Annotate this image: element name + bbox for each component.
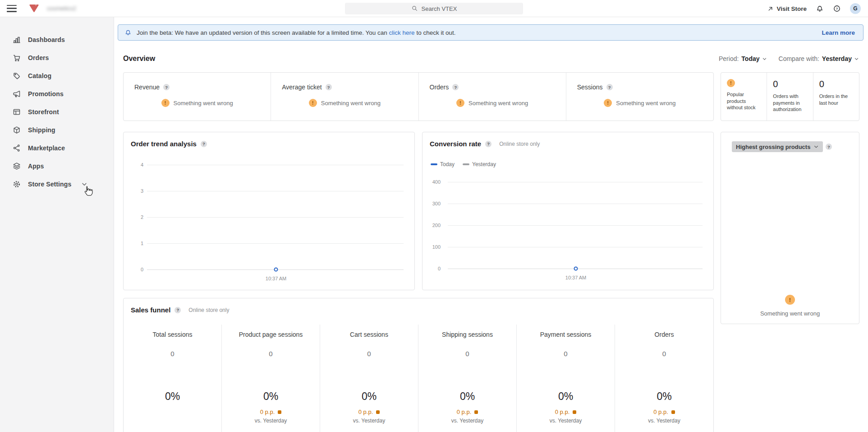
help-tooltip-icon[interactable]: ? xyxy=(175,307,181,313)
cart-icon xyxy=(12,53,21,62)
warning-icon: ! xyxy=(456,99,464,107)
chevron-down-icon xyxy=(854,56,859,61)
share-icon xyxy=(12,144,21,153)
delta-indicator-icon xyxy=(671,410,675,414)
menu-icon[interactable] xyxy=(7,5,17,12)
sidebar-item-orders[interactable]: Orders xyxy=(0,49,114,67)
search-placeholder: Search VTEX xyxy=(422,5,457,12)
storefront-icon xyxy=(12,107,21,116)
help-tooltip-icon[interactable]: ? xyxy=(826,144,832,150)
sidebar-item-storefront[interactable]: Storefront xyxy=(0,103,114,121)
stat-popular-products: ! Popular products without stock xyxy=(721,73,767,121)
sidebar-item-dashboards[interactable]: Dashboards xyxy=(0,31,114,49)
chevron-down-icon xyxy=(81,181,87,187)
tag-icon xyxy=(12,71,21,80)
external-link-icon xyxy=(767,5,774,12)
gear-icon xyxy=(12,180,21,189)
chevron-down-icon xyxy=(813,144,819,149)
sales-funnel-card: Sales funnel ? Online store only Total s… xyxy=(123,298,714,432)
delta-indicator-icon xyxy=(278,410,281,414)
topbar-actions: Visit Store ? G xyxy=(767,0,861,17)
help-tooltip-icon[interactable]: ? xyxy=(326,84,332,90)
sidebar-item-shipping[interactable]: Shipping xyxy=(0,121,114,139)
chart-legend: Today Yesterday xyxy=(431,161,496,167)
warning-icon: ! xyxy=(604,99,612,107)
sidebar: Dashboards Orders Catalog Promotions Sto… xyxy=(0,17,114,432)
sidebar-item-catalog[interactable]: Catalog xyxy=(0,67,114,85)
metric-average-ticket: Average ticket? !Something went wrong xyxy=(271,73,418,121)
funnel-col-orders: Orders 0 0% 0 p.p. vs. Yesterday xyxy=(615,325,713,432)
warning-icon: ! xyxy=(161,99,170,107)
panel-error: ! Something went wrong xyxy=(721,295,859,317)
funnel-col-shipping-sessions: Shipping sessions 0 0% 0 p.p. vs. Yester… xyxy=(418,325,517,432)
data-point[interactable] xyxy=(574,267,578,271)
order-trend-card: Order trend analysis ? 4 3 2 1 0 10:37 A… xyxy=(123,132,415,290)
compare-label: Compare with: xyxy=(779,55,819,62)
help-tooltip-icon[interactable]: ? xyxy=(606,84,613,90)
megaphone-icon xyxy=(12,89,21,98)
stat-payments-authorization: 0 Orders with payments in authorization xyxy=(767,73,813,121)
delta-indicator-icon xyxy=(573,410,576,414)
conversion-rate-card: Conversion rate ? Online store only Toda… xyxy=(422,132,714,290)
chevron-down-icon xyxy=(762,56,767,61)
help-tooltip-icon[interactable]: ? xyxy=(201,141,207,147)
sidebar-item-apps[interactable]: Apps xyxy=(0,157,114,175)
banner-text: Join the beta: We have an updated versio… xyxy=(137,29,455,36)
products-metric-select[interactable]: Highest grossing products xyxy=(732,141,823,152)
sidebar-item-promotions[interactable]: Promotions xyxy=(0,85,114,103)
stat-orders-last-hour: 0 Orders in the last hour xyxy=(813,73,859,121)
banner-bell-icon xyxy=(124,29,132,36)
metric-orders: Orders? !Something went wrong xyxy=(418,73,566,121)
funnel-col-cart-sessions: Cart sessions 0 0% 0 p.p. vs. Yesterday xyxy=(320,325,418,432)
svg-text:?: ? xyxy=(836,7,838,11)
funnel-col-payment-sessions: Payment sessions 0 0% 0 p.p. vs. Yesterd… xyxy=(517,325,615,432)
page-title: Overview xyxy=(123,55,155,63)
cube-icon xyxy=(12,125,21,135)
legend-yesterday-swatch xyxy=(463,163,469,165)
delta-indicator-icon xyxy=(474,410,478,414)
search-icon xyxy=(411,5,418,12)
notifications-bell-icon[interactable] xyxy=(816,5,824,13)
delta-indicator-icon xyxy=(376,410,380,414)
store-name: cosmetics2 xyxy=(47,5,76,12)
main-content: Join the beta: We have an updated versio… xyxy=(114,17,868,432)
topbar: cosmetics2 Search VTEX Visit Store ? G xyxy=(0,0,868,17)
overview-header: Overview Period: Today Compare with: Yes… xyxy=(123,51,859,66)
click-here-link[interactable]: click here xyxy=(389,29,415,36)
period-label: Period: xyxy=(719,55,739,62)
warning-icon: ! xyxy=(727,79,735,87)
layers-icon xyxy=(12,162,21,171)
metrics-card: Revenue? !Something went wrong Average t… xyxy=(123,72,714,121)
period-controls: Period: Today Compare with: Yesterday xyxy=(719,55,859,62)
avatar[interactable]: G xyxy=(850,3,861,14)
help-tooltip-icon[interactable]: ? xyxy=(485,141,491,147)
sidebar-item-store-settings[interactable]: Store Settings xyxy=(0,175,114,193)
period-select[interactable]: Today xyxy=(741,55,767,62)
metric-revenue: Revenue? !Something went wrong xyxy=(124,73,271,121)
funnel-col-total-sessions: Total sessions 0 0% xyxy=(124,325,222,432)
sidebar-item-marketplace[interactable]: Marketplace xyxy=(0,139,114,157)
vtex-admin-app: cosmetics2 Search VTEX Visit Store ? G xyxy=(0,0,868,432)
data-point[interactable] xyxy=(274,268,278,272)
funnel-columns: Total sessions 0 0% Product page session… xyxy=(124,325,713,432)
beta-banner: Join the beta: We have an updated versio… xyxy=(118,24,863,41)
help-icon[interactable]: ? xyxy=(833,5,841,13)
funnel-col-product-page-sessions: Product page sessions 0 0% 0 p.p. vs. Ye… xyxy=(222,325,320,432)
help-tooltip-icon[interactable]: ? xyxy=(452,84,459,90)
warning-icon: ! xyxy=(785,295,795,305)
compare-select[interactable]: Yesterday xyxy=(822,55,859,62)
vtex-logo-icon xyxy=(29,4,39,13)
quick-stats-card: ! Popular products without stock 0 Order… xyxy=(721,72,859,121)
search-input[interactable]: Search VTEX xyxy=(345,3,523,14)
bar-chart-icon xyxy=(12,35,21,44)
visit-store-button[interactable]: Visit Store xyxy=(767,5,807,12)
help-tooltip-icon[interactable]: ? xyxy=(163,84,170,90)
products-panel-card: Highest grossing products ? ! Something … xyxy=(721,132,859,324)
legend-today-swatch xyxy=(431,163,437,165)
learn-more-link[interactable]: Learn more xyxy=(822,29,855,36)
warning-icon: ! xyxy=(309,99,317,107)
metric-sessions: Sessions? !Something went wrong xyxy=(566,73,713,121)
